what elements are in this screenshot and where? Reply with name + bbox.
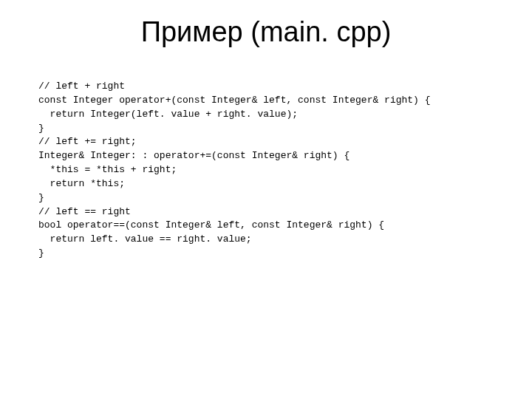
code-line: Integer& Integer: : operator+=(const Int… xyxy=(38,150,349,161)
code-line: // left + right xyxy=(38,81,125,92)
code-line: return *this; xyxy=(38,178,125,189)
code-line: } xyxy=(38,123,44,134)
code-line: } xyxy=(38,248,44,259)
code-line: // left == right xyxy=(38,206,131,217)
slide-title: Пример (main. cpp) xyxy=(0,16,532,48)
code-line: const Integer operator+(const Integer& l… xyxy=(38,95,431,106)
code-line: // left += right; xyxy=(38,136,137,147)
code-line: bool operator==(const Integer& left, con… xyxy=(38,219,384,231)
code-line: return left. value == right. value; xyxy=(38,233,252,245)
code-line: return Integer(left. value + right. valu… xyxy=(38,109,298,120)
code-line: *this = *this + right; xyxy=(38,164,177,175)
code-line: } xyxy=(38,192,44,203)
code-block: // left + right const Integer operator+(… xyxy=(38,80,502,261)
slide: Пример (main. cpp) // left + right const… xyxy=(0,0,532,399)
